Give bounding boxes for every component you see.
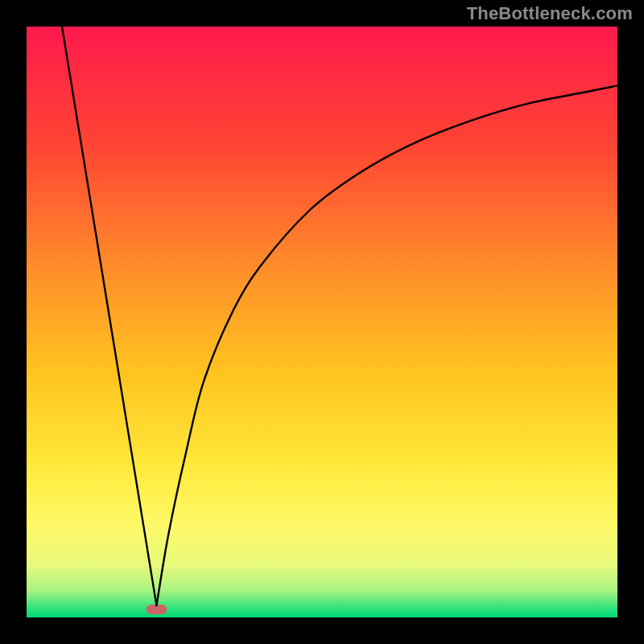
- plot-area: [27, 27, 617, 617]
- chart-frame: TheBottleneck.com: [0, 0, 644, 644]
- attribution-label: TheBottleneck.com: [467, 3, 633, 24]
- gradient-background: [27, 27, 617, 617]
- chart-svg: [27, 27, 617, 617]
